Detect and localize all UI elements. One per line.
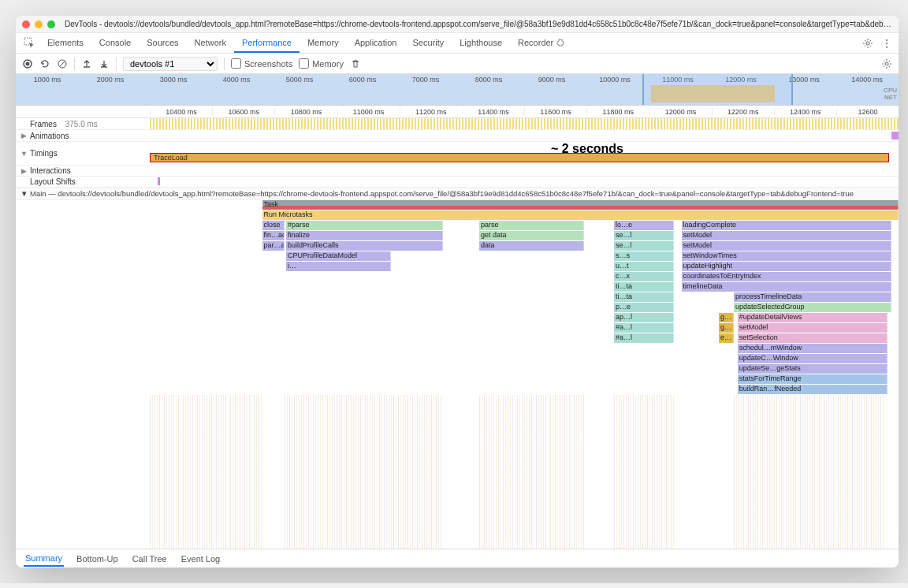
window-title: DevTools - devtools://devtools/bundled/d… <box>65 20 892 28</box>
flame-bar[interactable]: setSelection <box>738 333 888 343</box>
track-animations[interactable]: ▶Animations <box>16 130 899 142</box>
flame-bar[interactable]: updateHighlight <box>682 262 891 271</box>
flame-bar[interactable]: get data <box>479 231 584 240</box>
flame-bar[interactable]: loadingComplete <box>682 221 891 230</box>
flame-bar[interactable]: close <box>262 221 285 230</box>
flame-bar[interactable]: setModel <box>682 231 891 240</box>
flame-bar[interactable]: setModel <box>682 241 891 251</box>
flame-bar[interactable]: lo…e <box>614 221 674 230</box>
details-tab-event-log[interactable]: Event Log <box>180 552 222 566</box>
flame-chart[interactable]: TaskRun Microtasksclose#parseparselo…elo… <box>16 200 899 549</box>
tab-application[interactable]: Application <box>347 33 405 53</box>
flame-row: i…u…tupdateHighlight <box>150 262 899 272</box>
tab-memory[interactable]: Memory <box>300 33 347 53</box>
flame-bar[interactable]: se…l <box>614 241 674 251</box>
flame-bar[interactable]: #updateDetailViews <box>738 313 888 322</box>
flame-bar[interactable]: fin…ace <box>262 231 285 240</box>
svg-point-3 <box>26 61 30 65</box>
flame-bar[interactable]: setWindowTimes <box>682 251 891 261</box>
flame-bar[interactable]: updateSelectedGroup <box>734 303 891 312</box>
flame-bar[interactable]: g… <box>719 313 734 322</box>
zoom-window-button[interactable] <box>47 20 55 28</box>
flame-bar[interactable]: parse <box>479 221 584 230</box>
flame-bar[interactable]: p…e <box>614 303 674 312</box>
flame-bar[interactable]: #a…l <box>614 333 674 343</box>
flame-row: Run Microtasks <box>150 210 899 221</box>
flame-bar[interactable]: Run Microtasks <box>262 210 899 220</box>
download-icon[interactable] <box>99 58 110 69</box>
flame-bar[interactable]: updateSe…geStats <box>738 364 888 374</box>
timeline-overview[interactable]: 1000 ms2000 ms3000 ms4000 ms5000 ms6000 … <box>16 74 899 106</box>
memory-checkbox[interactable]: Memory <box>299 58 344 69</box>
flame-bar[interactable]: statsForTimeRange <box>738 374 888 384</box>
upload-icon[interactable] <box>81 58 92 69</box>
flame-bar[interactable]: setModel <box>738 323 888 333</box>
tab-console[interactable]: Console <box>91 33 139 53</box>
flame-row: #a…le…setSelection <box>150 333 899 344</box>
flame-row: CPUProfileDataModels…ssetWindowTimes <box>150 251 899 262</box>
flame-bar[interactable]: Task <box>262 200 899 210</box>
traceload-marker[interactable]: TraceLoad <box>150 153 889 162</box>
track-timings[interactable]: ▼Timings ~ 2 seconds TraceLoad <box>16 142 899 166</box>
flame-bar[interactable]: s…s <box>614 251 674 261</box>
flame-bar[interactable]: data <box>479 241 584 251</box>
tab-performance[interactable]: Performance <box>234 33 300 53</box>
flame-bar[interactable]: ti…ta <box>614 282 674 292</box>
trash-icon[interactable] <box>350 58 361 69</box>
details-tab-bottom-up[interactable]: Bottom-Up <box>75 552 120 566</box>
flame-row: p…eupdateSelectedGroup <box>150 303 899 313</box>
details-tabs: SummaryBottom-UpCall TreeEvent Log <box>16 549 899 568</box>
window-controls <box>22 20 55 28</box>
flame-bar[interactable]: i… <box>286 262 391 271</box>
flame-bar[interactable]: CPUProfileDataModel <box>286 251 391 261</box>
flame-bar[interactable]: ap…l <box>614 313 674 322</box>
inspect-icon[interactable] <box>19 33 39 53</box>
track-frames[interactable]: Frames 375.0 ms <box>16 118 899 130</box>
tracks: Frames 375.0 ms ▶Animations ▼Timings ~ 2… <box>16 118 899 188</box>
screenshots-checkbox[interactable]: Screenshots <box>231 58 292 69</box>
flame-bar[interactable]: buildProfileCalls <box>286 241 444 251</box>
clear-icon[interactable] <box>57 58 68 69</box>
close-window-button[interactable] <box>22 20 30 28</box>
flame-bar[interactable]: updateC…Window <box>738 354 888 363</box>
flame-bar[interactable]: u…t <box>614 262 674 271</box>
flame-bar[interactable]: #parse <box>286 221 444 230</box>
session-select[interactable]: devtools #1 <box>123 57 218 71</box>
flame-bar[interactable]: par…at <box>262 241 285 251</box>
reload-icon[interactable] <box>39 58 50 69</box>
tab-security[interactable]: Security <box>404 33 452 53</box>
flame-bar[interactable]: e… <box>719 333 734 343</box>
flame-bar[interactable]: #a…l <box>614 323 674 333</box>
flame-row: close#parseparselo…eloadingComplete <box>150 221 899 231</box>
flame-bar[interactable]: timelineData <box>682 282 891 292</box>
capture-settings-icon[interactable] <box>881 58 892 69</box>
flame-row: ti…taprocessTimelineData <box>150 292 899 303</box>
flame-bar[interactable]: buildRan…fNeeded <box>738 385 888 394</box>
track-layout-shifts[interactable]: Layout Shifts <box>16 177 899 188</box>
timescale: 10400 ms10600 ms10800 ms11000 ms11200 ms… <box>16 106 899 118</box>
devtools-window: DevTools - devtools://devtools/bundled/d… <box>16 16 899 568</box>
tab-elements[interactable]: Elements <box>39 33 91 53</box>
details-tab-call-tree[interactable]: Call Tree <box>131 552 169 566</box>
flame-row: c…xcoordinatesToEntryIndex <box>150 272 899 282</box>
main-thread-header[interactable]: ▼Main — devtools://devtools/bundled/devt… <box>16 188 899 200</box>
tab-network[interactable]: Network <box>187 33 234 53</box>
flame-bar[interactable]: g… <box>719 323 734 333</box>
flame-bar[interactable]: se…l <box>614 231 674 240</box>
track-interactions[interactable]: ▶Interactions <box>16 166 899 177</box>
flame-bar[interactable]: finalize <box>286 231 444 240</box>
more-icon[interactable]: ⋮ <box>881 37 892 50</box>
flame-bar[interactable]: coordinatesToEntryIndex <box>682 272 891 281</box>
flame-bar[interactable]: c…x <box>614 272 674 281</box>
minimize-window-button[interactable] <box>35 20 43 28</box>
flame-bar[interactable]: processTimelineData <box>734 292 891 302</box>
details-tab-summary[interactable]: Summary <box>24 551 64 567</box>
flame-row: updateSe…geStats <box>150 364 899 374</box>
settings-icon[interactable] <box>862 38 873 49</box>
flame-bar[interactable]: schedul…mWindow <box>738 344 888 353</box>
record-icon[interactable] <box>22 58 33 69</box>
tab-lighthouse[interactable]: Lighthouse <box>452 33 510 53</box>
tab-recorder[interactable]: Recorder <box>510 33 572 53</box>
flame-bar[interactable]: ti…ta <box>614 292 674 302</box>
tab-sources[interactable]: Sources <box>139 33 186 53</box>
